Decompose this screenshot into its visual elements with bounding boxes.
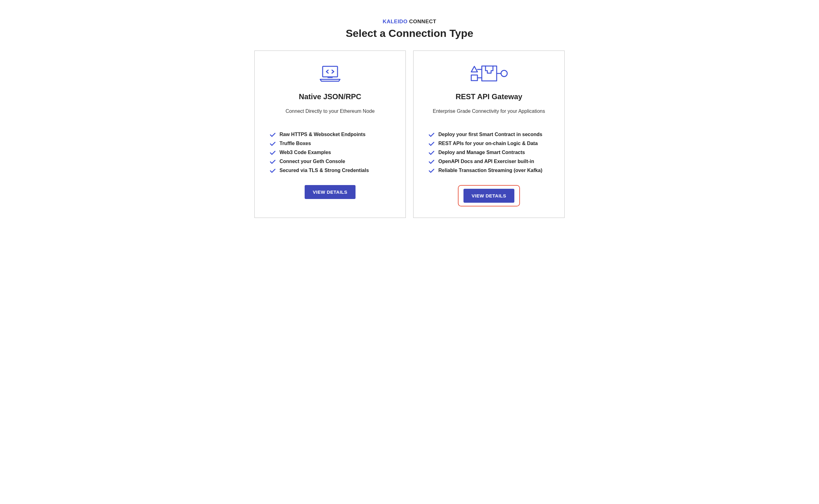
view-details-button[interactable]: VIEW DETAILS xyxy=(305,185,356,199)
card-title: Native JSON/RPC xyxy=(299,92,361,101)
eyebrow: KALEIDO CONNECT xyxy=(255,19,564,25)
svg-point-7 xyxy=(501,70,507,77)
feature-text: Secured via TLS & Strong Credentials xyxy=(280,167,369,174)
laptop-code-icon xyxy=(318,63,343,84)
check-icon xyxy=(428,141,435,147)
cards-row: Native JSON/RPC Connect Directly to your… xyxy=(255,51,564,218)
check-icon xyxy=(270,132,276,138)
list-item: Secured via TLS & Strong Credentials xyxy=(270,167,391,174)
page-header: KALEIDO CONNECT Select a Connection Type xyxy=(255,19,564,39)
feature-text: Web3 Code Examples xyxy=(280,149,331,156)
shapes-plug-icon xyxy=(469,63,509,84)
button-wrap: VIEW DETAILS xyxy=(270,185,391,199)
check-icon xyxy=(270,168,276,174)
eyebrow-brand: KALEIDO xyxy=(383,19,408,24)
list-item: OpenAPI Docs and API Exerciser built-in xyxy=(428,158,549,165)
feature-list: Raw HTTPS & Websocket Endpoints Truffle … xyxy=(270,131,391,176)
check-icon xyxy=(428,168,435,174)
feature-text: OpenAPI Docs and API Exerciser built-in xyxy=(438,158,534,165)
list-item: Reliable Transaction Streaming (over Kaf… xyxy=(428,167,549,174)
card-native-jsonrpc[interactable]: Native JSON/RPC Connect Directly to your… xyxy=(255,51,406,218)
feature-text: Raw HTTPS & Websocket Endpoints xyxy=(280,131,365,138)
page-container: KALEIDO CONNECT Select a Connection Type… xyxy=(255,19,564,218)
check-icon xyxy=(270,159,276,165)
svg-rect-2 xyxy=(471,75,477,81)
list-item: REST APIs for your on-chain Logic & Data xyxy=(428,140,549,147)
view-details-button[interactable]: VIEW DETAILS xyxy=(463,189,514,203)
list-item: Truffle Boxes xyxy=(270,140,391,147)
card-subtitle: Enterprise Grade Connectivity for your A… xyxy=(433,108,545,114)
feature-text: REST APIs for your on-chain Logic & Data xyxy=(438,140,538,147)
button-wrap: VIEW DETAILS xyxy=(428,185,549,206)
svg-marker-1 xyxy=(471,66,477,72)
highlight-ring: VIEW DETAILS xyxy=(458,185,520,206)
card-subtitle: Connect Directly to your Ethereum Node xyxy=(286,108,374,114)
list-item: Web3 Code Examples xyxy=(270,149,391,156)
list-item: Connect your Geth Console xyxy=(270,158,391,165)
check-icon xyxy=(428,150,435,156)
feature-text: Connect your Geth Console xyxy=(280,158,345,165)
check-icon xyxy=(270,150,276,156)
feature-text: Deploy and Manage Smart Contracts xyxy=(438,149,525,156)
feature-text: Reliable Transaction Streaming (over Kaf… xyxy=(438,167,542,174)
check-icon xyxy=(428,159,435,165)
feature-text: Truffle Boxes xyxy=(280,140,311,147)
list-item: Raw HTTPS & Websocket Endpoints xyxy=(270,131,391,138)
card-title: REST API Gateway xyxy=(455,92,522,101)
feature-text: Deploy your first Smart Contract in seco… xyxy=(438,131,542,138)
check-icon xyxy=(270,141,276,147)
eyebrow-rest: CONNECT xyxy=(408,19,436,24)
list-item: Deploy and Manage Smart Contracts xyxy=(428,149,549,156)
svg-rect-0 xyxy=(323,66,338,77)
check-icon xyxy=(428,132,435,138)
list-item: Deploy your first Smart Contract in seco… xyxy=(428,131,549,138)
feature-list: Deploy your first Smart Contract in seco… xyxy=(428,131,549,176)
card-rest-api-gateway[interactable]: REST API Gateway Enterprise Grade Connec… xyxy=(413,51,564,218)
page-title: Select a Connection Type xyxy=(255,27,564,39)
